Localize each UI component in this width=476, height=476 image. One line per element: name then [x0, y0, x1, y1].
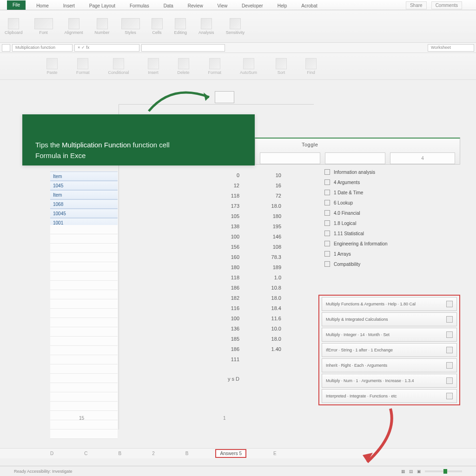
format2-icon	[209, 58, 220, 69]
function-item[interactable]: Interpreted · Integrate · Functions · et…	[322, 389, 457, 403]
grid-row[interactable]	[50, 337, 118, 346]
sr-format[interactable]: Format	[76, 58, 90, 75]
sheet-tab[interactable]: B	[114, 450, 125, 457]
sr-format2[interactable]: Format	[208, 58, 222, 75]
name-box[interactable]: Multiplication function	[12, 44, 73, 52]
cell-marker[interactable]	[2, 44, 10, 52]
grid-row[interactable]	[50, 244, 118, 253]
grid-row[interactable]	[50, 327, 118, 337]
function-item[interactable]: Multiply & Integrated Calculations	[322, 312, 457, 326]
ribbon-editing[interactable]: Editing	[174, 18, 187, 35]
category-label: Engineering & Information	[334, 241, 388, 246]
sheet-tab[interactable]: C	[80, 450, 91, 457]
category-item[interactable]: 1 Arrays	[321, 249, 460, 259]
category-item[interactable]: 1.8 Logical	[321, 218, 460, 228]
tab-data[interactable]: Data	[160, 2, 177, 10]
sr-sort[interactable]: Sort	[276, 58, 287, 75]
ribbon-analysis[interactable]: Analysis	[198, 18, 214, 35]
sheet-tab[interactable]: 2	[148, 450, 159, 457]
tab-pagelayout[interactable]: Page Layout	[86, 2, 119, 10]
sr-insert[interactable]: Insert	[148, 58, 159, 75]
sheet-tab[interactable]: D	[46, 450, 57, 457]
grid-row[interactable]	[50, 364, 118, 374]
tab-home[interactable]: Home	[33, 2, 53, 10]
sheet-tab[interactable]: E	[270, 450, 280, 457]
ribbon-sensitivity[interactable]: Sensitivity	[226, 18, 245, 35]
tab-view[interactable]: View	[214, 2, 231, 10]
tab-developer[interactable]: Developer	[238, 2, 267, 10]
left-row[interactable]: Item	[50, 172, 118, 181]
format-icon	[77, 58, 88, 69]
grid-row[interactable]	[50, 392, 118, 402]
grid-row[interactable]	[50, 346, 118, 355]
category-item[interactable]: Engineering & Information	[321, 238, 460, 249]
left-row[interactable]: 10045	[50, 209, 118, 218]
sr-delete[interactable]: Delete	[178, 58, 190, 75]
grid-row[interactable]	[50, 262, 118, 271]
grid-row[interactable]	[50, 281, 118, 290]
ribbon-font[interactable]: Font	[34, 18, 53, 35]
formula-input[interactable]: × ✓ fx	[74, 44, 139, 52]
comments-button[interactable]: Comments	[431, 1, 462, 9]
grid-row[interactable]	[50, 374, 118, 383]
grid-row[interactable]	[50, 309, 118, 318]
category-item[interactable]: 6 Lookup	[321, 198, 460, 208]
sr-autosum[interactable]: AutoSum	[240, 58, 257, 75]
left-row[interactable]: 1045	[50, 181, 118, 190]
ribbon-styles[interactable]: Styles	[121, 18, 140, 35]
tab-formulas[interactable]: Formulas	[126, 2, 153, 10]
grid-row[interactable]	[50, 234, 118, 244]
grid-row[interactable]	[50, 355, 118, 364]
formula-extra[interactable]	[141, 44, 225, 52]
category-item[interactable]: 1 Date & Time	[321, 187, 460, 198]
grid-row[interactable]	[50, 253, 118, 262]
category-item[interactable]: Information analysis	[321, 167, 460, 177]
ribbon-cells[interactable]: Cells	[152, 18, 163, 35]
tab-help[interactable]: Help	[274, 2, 291, 10]
left-row[interactable]: 1068	[50, 199, 118, 209]
tab-insert[interactable]: Insert	[60, 2, 79, 10]
zoom-slider[interactable]	[425, 470, 462, 472]
sheet-tab-active[interactable]: Answers 5	[215, 449, 246, 458]
file-tab[interactable]: File	[7, 0, 26, 10]
ribbon-clipboard[interactable]: Clipboard	[5, 18, 23, 35]
sr-paste[interactable]: Paste	[46, 58, 58, 75]
small-num: 15	[79, 416, 84, 421]
ribbon-alignment[interactable]: Alignment	[65, 18, 83, 35]
function-item[interactable]: IfError · String · 1 after · 1 Exchange	[322, 343, 457, 357]
category-item[interactable]: 1.11 Statistical	[321, 228, 460, 238]
category-item[interactable]: 4 Arguments	[321, 177, 460, 187]
tab-acrobat[interactable]: Acrobat	[298, 2, 321, 10]
category-item[interactable]: Compatibility	[321, 259, 460, 269]
grid-row[interactable]	[50, 290, 118, 299]
left-row[interactable]: Item	[50, 190, 118, 199]
dialog-tab[interactable]	[325, 152, 385, 164]
sensitivity-icon	[230, 18, 241, 29]
sr-find[interactable]: Find	[305, 58, 317, 75]
grid-row[interactable]	[50, 271, 118, 281]
view-normal-icon[interactable]: ▦	[401, 469, 405, 474]
grid-row[interactable]	[50, 299, 118, 309]
tab-review[interactable]: Review	[184, 2, 207, 10]
dialog-tab[interactable]: 4	[390, 152, 455, 164]
share-button[interactable]: Share	[406, 1, 427, 9]
grid-row[interactable]	[50, 430, 118, 439]
category-icon	[324, 220, 330, 226]
category-item[interactable]: 4.0 Financial	[321, 208, 460, 218]
grid-row[interactable]	[50, 402, 118, 411]
function-item[interactable]: Inherit · Right · Each · Arguments	[322, 358, 457, 372]
grid-row[interactable]	[50, 383, 118, 392]
function-item[interactable]: Multiply Functions & Arguments · Help · …	[322, 297, 457, 311]
sort-icon	[276, 58, 287, 69]
sr-cond[interactable]: Conditional	[108, 58, 129, 75]
function-item[interactable]: Multiply · Integer · 14 · Month · Set	[322, 328, 457, 342]
grid-row[interactable]	[50, 318, 118, 327]
ribbon-number[interactable]: Number	[95, 18, 110, 35]
grid-row[interactable]	[50, 225, 118, 234]
view-break-icon[interactable]: ▣	[417, 469, 421, 474]
sheet-tab[interactable]: B	[182, 450, 192, 457]
view-layout-icon[interactable]: ▤	[409, 469, 413, 474]
grid-row[interactable]	[50, 420, 118, 430]
dialog-tab[interactable]	[260, 152, 320, 164]
function-item[interactable]: Multiply · Num · 1 · Arguments · Increas…	[322, 374, 457, 388]
